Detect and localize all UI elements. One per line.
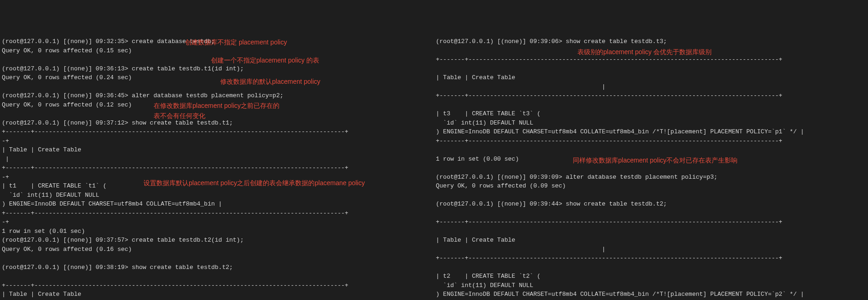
- terminal-line: ) ENGINE=InnoDB DEFAULT CHARSET=utf8mb4 …: [436, 290, 866, 299]
- annotation-label: 设置数据库默认placement policy之后创建的表会继承数据的place…: [143, 178, 365, 188]
- terminal-line: Query OK, 0 rows affected (0.16 sec): [2, 245, 432, 254]
- terminal-line: +-------+-------------------------------…: [436, 218, 866, 227]
- terminal-line: 1 row in set (0.01 sec): [2, 227, 432, 236]
- annotation-label: 创建一个不指定placement policy 的表: [211, 56, 319, 65]
- terminal-line: [436, 191, 866, 200]
- terminal-line: [2, 82, 432, 92]
- terminal-line: `id` int(11) DEFAULT NULL: [2, 191, 432, 200]
- terminal-line: [436, 227, 866, 236]
- terminal-line: (root@127.0.0.1) [(none)] 09:39:06> show…: [436, 37, 866, 46]
- terminal-line: | t3 | CREATE TABLE `t3` (: [436, 109, 866, 119]
- annotation-label: 在修改数据库placement policy之前已存在的: [154, 101, 279, 111]
- terminal-line: +-------+-------------------------------…: [2, 209, 432, 218]
- terminal-line: | t2 | CREATE TABLE `t2` (: [436, 272, 866, 281]
- terminal-line: (root@127.0.0.1) [(none)] 09:37:12> show…: [2, 119, 432, 128]
- terminal-line: [436, 100, 866, 110]
- terminal-line: (root@127.0.0.1) [(none)] 09:36:45> alte…: [2, 91, 432, 100]
- right-terminal-panel: (root@127.0.0.1) [(none)] 09:39:06> show…: [434, 36, 868, 300]
- annotation-label: 修改数据库的默认placement policy: [220, 77, 320, 87]
- terminal-line: -+: [2, 218, 432, 227]
- terminal-line: (root@127.0.0.1) [(none)] 09:38:19> show…: [2, 263, 432, 272]
- terminal-line: |: [436, 245, 866, 254]
- annotation-label: 创建数据库不指定 placement policy: [185, 38, 287, 47]
- terminal-line: | Table | Create Table: [2, 290, 432, 299]
- terminal-line: (root@127.0.0.1) [(none)] 09:36:13> crea…: [2, 64, 432, 74]
- terminal-line: |: [436, 82, 866, 92]
- terminal-line: (root@127.0.0.1) [(none)] 09:37:57> crea…: [2, 236, 432, 245]
- terminal-line: [2, 254, 432, 263]
- terminal-line: `id` int(11) DEFAULT NULL: [436, 281, 866, 290]
- terminal-line: +-------+-------------------------------…: [436, 137, 866, 146]
- terminal-line: | Table | Create Table: [436, 73, 866, 82]
- terminal-line: [2, 272, 432, 281]
- terminal-line: | Table | Create Table: [2, 145, 432, 155]
- terminal-line: Query OK, 0 rows affected (0.15 sec): [2, 46, 432, 56]
- terminal-line: | Table | Create Table: [436, 236, 866, 245]
- terminal-line: [436, 263, 866, 272]
- terminal-line: -+: [2, 137, 432, 146]
- terminal-line: +-------+-------------------------------…: [2, 163, 432, 173]
- annotation-label: 表级别的placement policy 会优先于数据库级别: [577, 47, 712, 57]
- annotation-label: 同样修改数据库placement policy不会对已存在表产生影响: [573, 156, 738, 165]
- terminal-line: |: [2, 155, 432, 164]
- left-terminal-panel: (root@127.0.0.1) [(none)] 09:32:35> crea…: [0, 36, 434, 300]
- terminal-line: [436, 145, 866, 155]
- terminal-line: `id` int(11) DEFAULT NULL: [436, 119, 866, 128]
- terminal-line: ) ENGINE=InnoDB DEFAULT CHARSET=utf8mb4 …: [2, 200, 432, 209]
- terminal-line: Query OK, 0 rows affected (0.09 sec): [436, 181, 866, 191]
- terminal-line: (root@127.0.0.1) [(none)] 09:39:44> show…: [436, 200, 866, 209]
- terminal-line: +-------+-------------------------------…: [2, 127, 432, 137]
- terminal-line: +-------+-------------------------------…: [2, 281, 432, 290]
- terminal-line: [436, 64, 866, 74]
- terminal-line: ) ENGINE=InnoDB DEFAULT CHARSET=utf8mb4 …: [436, 127, 866, 137]
- terminal-line: +-------+-------------------------------…: [436, 91, 866, 100]
- terminal-line: [436, 209, 866, 218]
- terminal-line: (root@127.0.0.1) [(none)] 09:39:09> alte…: [436, 173, 866, 182]
- annotation-label: 表不会有任何变化: [154, 111, 205, 121]
- terminal-container: (root@127.0.0.1) [(none)] 09:32:35> crea…: [0, 36, 868, 300]
- terminal-line: Query OK, 0 rows affected (0.24 sec): [2, 73, 432, 82]
- terminal-line: +-------+-------------------------------…: [436, 254, 866, 263]
